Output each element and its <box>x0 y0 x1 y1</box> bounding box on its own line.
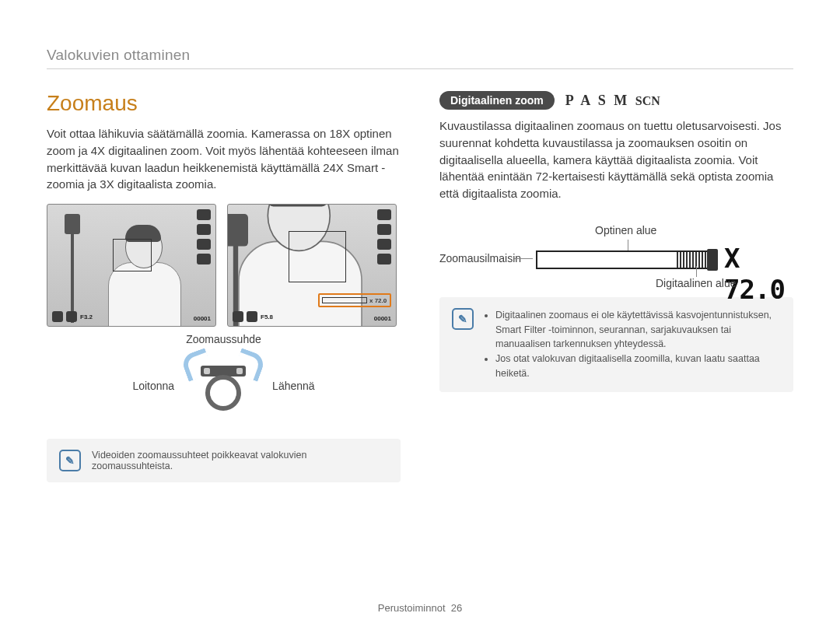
zoom-bar-diagram: Optinen alue Zoomausilmaisin X 72.0 Digi… <box>439 224 793 286</box>
intro-paragraph: Voit ottaa lähikuvia säätämällä zoomia. … <box>47 125 401 193</box>
mode-letters: P A S M SCN <box>565 93 660 109</box>
photo-zoomed: x 72.0 F5.8 00001 <box>227 204 397 327</box>
zoom-ring-illustration <box>188 355 258 417</box>
zoom-control-diagram: Loitonna Lähennä <box>47 355 401 417</box>
note-list: Digitaalinen zoomaus ei ole käytettäviss… <box>485 308 781 381</box>
osd-bottom: F3.2 00001 <box>52 311 211 322</box>
zoom-indicator-callout: x 72.0 <box>318 293 391 307</box>
osd-icons-right <box>377 209 391 264</box>
note-icon: ✎ <box>452 308 474 330</box>
note-icon: ✎ <box>59 450 81 471</box>
note-box: ✎ Digitaalinen zoomaus ei ole käytettävi… <box>439 297 793 392</box>
footer-page-number: 26 <box>451 602 462 614</box>
streetlamp-illustration <box>65 214 80 307</box>
note-item: Digitaalinen zoomaus ei ole käytettäviss… <box>495 308 781 352</box>
digital-range-label: Digitaalinen alue <box>656 277 737 289</box>
photo-wide: F3.2 00001 <box>47 204 216 327</box>
right-column: Digitaalinen zoom P A S M SCN Kuvaustila… <box>439 91 793 482</box>
leader-line <box>514 258 533 259</box>
note-box: ✎ Videoiden zoomaussuhteet poikkeavat va… <box>47 439 401 482</box>
note-item: Jos otat valokuvan digitaalisella zoomil… <box>495 352 781 381</box>
arrow-right-icon <box>233 348 267 382</box>
breadcrumb-header: Valokuvien ottaminen <box>47 47 793 64</box>
arrow-left-icon <box>180 348 214 382</box>
optical-range-label: Optinen alue <box>595 224 656 236</box>
zoom-ratio-caption: Zoomaussuhde <box>47 333 401 345</box>
leader-line <box>696 266 697 277</box>
example-photos: F3.2 00001 x 72.0 F5.8 00001 <box>47 204 401 327</box>
page-title: Zoomaus <box>47 91 401 116</box>
digital-zoom-pill: Digitaalinen zoom <box>439 91 555 110</box>
focus-frame <box>289 231 346 282</box>
mode-scn: SCN <box>635 94 660 107</box>
footer-section: Perustoiminnot <box>378 602 446 614</box>
zoom-in-label: Lähennä <box>272 380 315 392</box>
digital-zoom-heading: Digitaalinen zoom P A S M SCN <box>439 91 793 110</box>
zoom-indicator-value: x 72.0 <box>369 297 387 304</box>
osd-bottom: F5.8 00001 <box>233 311 391 322</box>
leader-line <box>628 240 628 250</box>
zoom-out-label: Loitonna <box>132 380 174 392</box>
zoom-bar <box>536 250 718 269</box>
zoom-indicator-label: Zoomausilmaisin <box>439 252 521 264</box>
zoom-thumb <box>707 249 718 271</box>
left-column: Zoomaus Voit ottaa lähikuvia säätämällä … <box>47 91 401 482</box>
optical-segment <box>537 252 677 268</box>
page-footer: Perustoiminnot 26 <box>0 602 840 614</box>
digital-zoom-paragraph: Kuvaustilassa digitaalinen zoomaus on tu… <box>439 117 793 202</box>
mode-pasm: P A S M <box>565 93 630 108</box>
divider <box>47 68 793 69</box>
zoom-multiplier-readout: X 72.0 <box>724 243 793 305</box>
osd-icons-right <box>197 209 211 264</box>
focus-frame <box>113 239 152 271</box>
note-text: Videoiden zoomaussuhteet poikkeavat valo… <box>92 450 388 471</box>
